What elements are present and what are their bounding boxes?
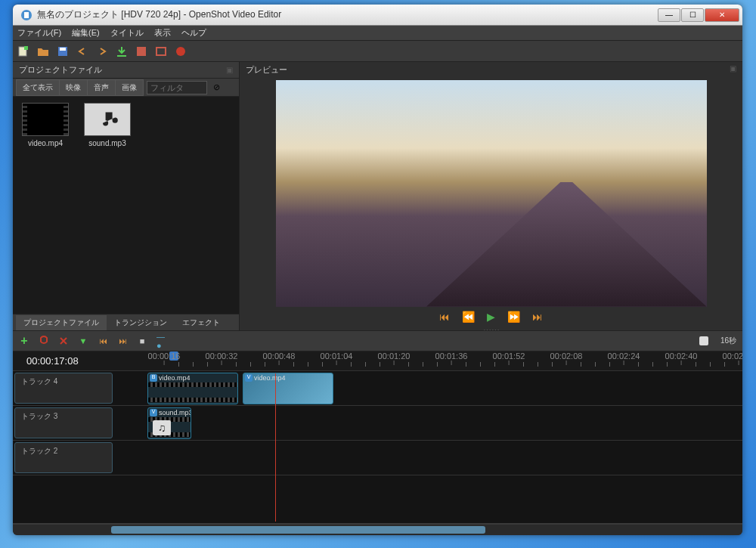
filter-input[interactable] [147,81,207,94]
current-timecode: 00:00:17:08 [13,355,111,367]
app-icon [20,9,33,21]
svg-rect-5 [60,48,66,51]
left-bottom-tabs: プロジェクトファイル トランジション エフェクト [13,314,239,330]
track-header[interactable]: トラック 4 [14,373,113,404]
maximize-button[interactable]: ☐ [681,8,704,22]
timeline-clip[interactable]: Vvideo.mp4 [243,373,333,404]
tab-transitions[interactable]: トランジション [107,315,175,330]
playback-controls: ⏮ ⏪ ▶ ⏩ ⏭ [240,308,742,326]
ruler-tick: 00:02:40 [665,351,698,365]
video-thumb [22,103,69,136]
svg-rect-1 [24,12,29,18]
menu-edit[interactable]: 編集(E) [72,27,100,39]
save-project-icon[interactable] [57,45,69,57]
main-toolbar [13,41,742,62]
file-item-audio[interactable]: sound.mp3 [81,103,134,147]
track-lane[interactable] [114,441,742,475]
clear-filter-icon[interactable]: ⊘ [210,82,222,94]
project-files-header: プロジェクトファイル ▣ [13,62,239,79]
track-header[interactable]: トラック 2 [14,442,113,473]
add-track-icon[interactable]: + [19,336,29,346]
menu-help[interactable]: ヘルプ [181,27,206,39]
zoom-label: 16秒 [720,336,736,346]
zoom-checkbox[interactable] [699,336,708,345]
ruler-tick: 00:02:24 [608,351,640,365]
tab-show-all[interactable]: 全て表示 [16,79,59,96]
close-button[interactable]: ✕ [705,8,739,22]
project-files-panel: プロジェクトファイル ▣ 全て表示 映像 音声 画像 ⊘ video.mp4 [13,62,240,330]
timeline-scrollbar[interactable] [13,525,742,535]
track-lane[interactable]: Bvideo.mp4Vvideo.mp4 [114,371,742,405]
center-playhead-icon[interactable]: ■ [137,336,147,346]
jump-start-button[interactable]: ⏮ [439,311,450,323]
file-filter-tabs: 全て表示 映像 音声 画像 ⊘ [13,79,239,97]
redo-icon[interactable] [96,45,108,57]
ruler-tick: 00:00:32 [206,351,238,365]
menu-file[interactable]: ファイル(F) [17,27,61,39]
timeline-clip[interactable]: Vsound.mp3♫ [147,407,191,439]
play-button[interactable]: ▶ [487,311,495,323]
new-project-icon[interactable] [17,45,29,57]
import-icon[interactable] [116,45,128,57]
panel-undock-icon[interactable]: ▣ [226,66,233,74]
fullscreen-icon[interactable] [155,45,167,57]
file-list[interactable]: video.mp4 sound.mp3 [13,97,239,314]
playhead-line [275,373,276,522]
jump-end-button[interactable]: ⏭ [532,311,543,323]
timeline-clip[interactable]: Bvideo.mp4 [147,373,238,404]
svg-rect-3 [24,46,28,50]
tab-video[interactable]: 映像 [59,79,87,96]
razor-icon[interactable] [58,336,69,346]
preview-panel: プレビュー ▣ ⏮ ⏪ ▶ ⏩ ⏭ ⋯⋯ [240,62,742,330]
svg-point-8 [176,47,185,56]
snap-icon[interactable] [39,336,49,346]
svg-rect-7 [156,48,166,55]
audio-thumb [84,103,131,136]
export-icon[interactable] [175,45,187,57]
menu-title[interactable]: タイトル [110,27,144,39]
project-files-title: プロジェクトファイル [19,64,102,76]
music-note-icon [96,108,119,131]
file-label: sound.mp3 [88,139,125,147]
fast-forward-button[interactable]: ⏩ [507,311,520,323]
undo-icon[interactable] [76,45,88,57]
preview-viewport[interactable] [240,79,742,308]
track: トラック 4Bvideo.mp4Vvideo.mp4 [13,371,742,406]
tab-image[interactable]: 画像 [115,79,144,96]
file-item-video[interactable]: video.mp4 [19,103,72,147]
marker-icon[interactable]: ▼ [78,336,88,346]
timeline-toolbar: + ▼ ⏮ ⏭ ■ —● 16秒 [13,330,742,351]
next-marker-icon[interactable]: ⏭ [117,336,128,346]
ruler-tick: 00:01:20 [378,351,411,365]
minimize-button[interactable]: — [658,8,680,22]
prev-marker-icon[interactable]: ⏮ [98,336,108,346]
window-controls: — ☐ ✕ [657,8,739,22]
menu-view[interactable]: 表示 [154,27,171,39]
main-area: プロジェクトファイル ▣ 全て表示 映像 音声 画像 ⊘ video.mp4 [13,62,742,330]
svg-rect-6 [137,47,146,56]
ruler-tick: 00:01:04 [321,351,353,365]
window-title: 無名のプロジェクト [HDV 720 24p] - OpenShot Video… [37,8,657,21]
tab-audio[interactable]: 音声 [87,79,115,96]
track: トラック 2 [13,441,742,475]
rewind-button[interactable]: ⏪ [462,311,475,323]
ruler-tick: 00:01:36 [435,351,468,365]
timeline-ruler[interactable]: 00:00:17:08 00:00:1600:00:3200:00:4800:0… [13,351,742,371]
tab-effects[interactable]: エフェクト [175,315,228,330]
ruler-scale[interactable]: 00:00:1600:00:3200:00:4800:01:0400:01:20… [111,351,742,370]
track-lane[interactable]: Vsound.mp3♫ [114,406,742,440]
tab-project-files[interactable]: プロジェクトファイル [16,315,107,330]
open-project-icon[interactable] [37,45,49,57]
panel-undock-icon[interactable]: ▣ [730,64,736,76]
track-header[interactable]: トラック 3 [14,407,113,438]
scrollbar-thumb[interactable] [111,526,485,534]
tracks-area[interactable]: トラック 4Bvideo.mp4Vvideo.mp4トラック 3Vsound.m… [13,371,742,523]
track: トラック 3Vsound.mp3♫ [13,406,742,441]
ruler-tick: 00:01:52 [493,351,525,365]
ruler-tick: 00:00:48 [263,351,296,365]
titlebar[interactable]: 無名のプロジェクト [HDV 720 24p] - OpenShot Video… [13,5,742,26]
ruler-tick: 00:00:16 [148,351,181,365]
profile-icon[interactable] [135,45,147,57]
zoom-slider-icon[interactable]: —● [156,336,167,346]
preview-title: プレビュー [246,64,287,76]
